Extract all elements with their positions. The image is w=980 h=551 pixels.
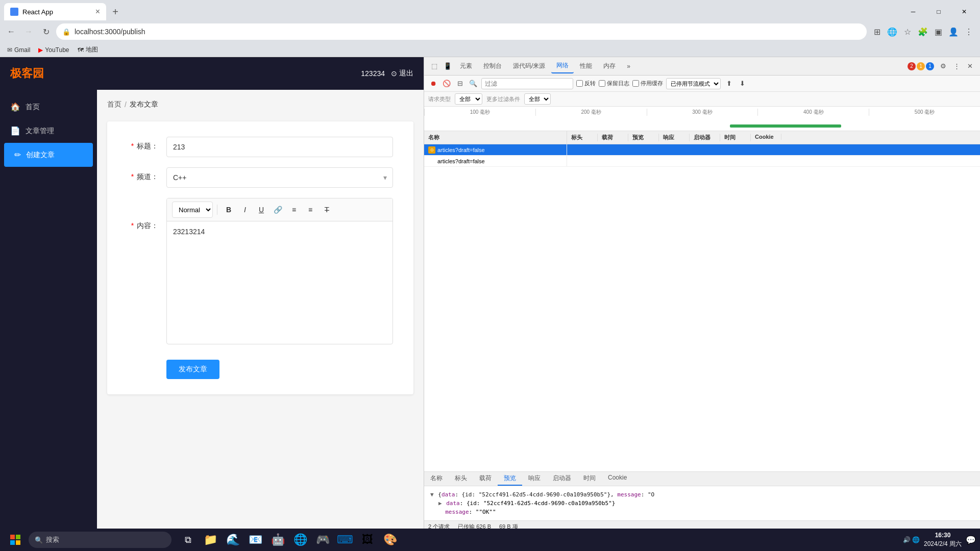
sidebar-item-create[interactable]: ✏ 创建文章 [4, 143, 93, 167]
browser-tab[interactable]: R React App × [4, 3, 106, 20]
user-id: 123234 [361, 69, 385, 78]
menu-button[interactable]: ⋮ [962, 24, 976, 39]
close-window-button[interactable]: ✕ [952, 4, 976, 20]
profile-button[interactable]: 👤 [946, 24, 961, 39]
submit-button[interactable]: 发布文章 [166, 360, 219, 379]
underline-button[interactable]: U [254, 203, 268, 217]
tab-favicon: R [10, 8, 18, 16]
title-input[interactable] [166, 137, 393, 157]
taskbar-date: 2024/2/4 周六 [924, 540, 962, 548]
sidebar-home-label: 首页 [26, 103, 40, 112]
devtools-tab-network[interactable]: 网络 [551, 59, 574, 73]
import-button[interactable]: ⬆ [724, 79, 734, 89]
devtools-more-icon[interactable]: ⋮ [950, 60, 963, 72]
devtools-inspect-icon[interactable]: ⬚ [428, 60, 440, 72]
bookmark-youtube[interactable]: ▶ YouTube [35, 45, 72, 55]
detail-tab-time[interactable]: 时间 [577, 472, 602, 486]
invert-checkbox[interactable]: 反转 [576, 80, 596, 87]
translate-button[interactable]: 🌐 [885, 24, 899, 39]
clear-button[interactable]: 🚫 [442, 79, 452, 89]
bookmark-maps[interactable]: 🗺 地图 [75, 44, 101, 55]
start-button[interactable] [4, 531, 27, 549]
taskbar-app5[interactable]: 🎨 [380, 530, 400, 550]
link-button[interactable]: 🔗 [271, 203, 285, 217]
timeline-label-500: 500 毫秒 [869, 109, 980, 116]
reload-button[interactable]: ↻ [39, 24, 53, 39]
bookmark-gmail[interactable]: ✉ Gmail [4, 45, 33, 55]
preserve-log-checkbox[interactable]: 保留日志 [599, 80, 629, 87]
back-button[interactable]: ← [4, 24, 18, 39]
detail-tab-response[interactable]: 响应 [522, 472, 547, 486]
puzzle-button[interactable]: 🧩 [916, 24, 930, 39]
timeline-label-400: 400 毫秒 [757, 109, 869, 116]
app1-icon: 📧 [249, 533, 262, 546]
address-bar[interactable]: 🔒 localhost:3000/publish [56, 23, 867, 40]
export-button[interactable]: ⬇ [737, 79, 747, 89]
unordered-list-button[interactable]: ≡ [303, 203, 317, 217]
taskbar-task-view[interactable]: ⧉ [178, 530, 198, 550]
editor-content[interactable]: 23213214 [167, 221, 393, 344]
taskbar-app3[interactable]: 🎮 [312, 530, 333, 550]
devtools-tab-sources[interactable]: 源代码/来源 [508, 59, 550, 73]
devtools-settings-icon[interactable]: ⚙ [937, 60, 949, 72]
preview-root-item[interactable]: ▼ {data: {id: "52ccf491-62d5-4cdd-9690-c… [428, 490, 976, 499]
taskbar-chrome[interactable]: 🌐 [290, 530, 310, 550]
files-icon: 📁 [204, 533, 217, 546]
taskbar-search[interactable]: 🔍 搜索 [29, 532, 172, 548]
devtools-tab-console[interactable]: 控制台 [478, 59, 507, 73]
breadcrumb-home[interactable]: 首页 [107, 100, 121, 109]
taskbar-app4[interactable]: 🖼 [357, 530, 378, 550]
throttle-select[interactable]: 已停用节流模式 [666, 78, 721, 89]
request-type-select[interactable]: 全部 XHR JS [455, 93, 482, 105]
devtools-tab-performance[interactable]: 性能 [575, 59, 597, 73]
disable-cache-checkbox[interactable]: 停用缓存 [632, 80, 663, 87]
network-row-0[interactable]: ◎ articles?draft=false [424, 144, 980, 156]
detail-tab-name[interactable]: 名称 [424, 472, 449, 486]
forward-button[interactable]: → [21, 24, 36, 39]
devtools-tab-elements[interactable]: 元素 [455, 59, 477, 73]
detail-tab-cookie[interactable]: Cookie [602, 472, 633, 486]
notification-icon[interactable]: 💬 [966, 535, 976, 545]
bold-button[interactable]: B [222, 203, 236, 217]
search-icon: 🔍 [35, 536, 43, 544]
minimize-button[interactable]: ─ [901, 4, 925, 20]
devtools-tab-more[interactable]: » [622, 59, 635, 73]
detail-tab-headers[interactable]: 标头 [449, 472, 473, 486]
taskbar-right: 🔊 🌐 16:30 2024/2/4 周六 💬 [903, 531, 976, 548]
tab-close-button[interactable]: × [95, 7, 100, 16]
sidebar-button[interactable]: ▣ [931, 24, 945, 39]
format-select[interactable]: Normal H1 H2 [172, 202, 213, 218]
taskbar-vscode[interactable]: ⌨ [335, 530, 355, 550]
channel-select[interactable]: C++ JavaScript Python Java [166, 167, 393, 188]
preview-data-item[interactable]: ▶ data: {id: "52ccf491-62d5-4cdd-9690-c0… [436, 499, 976, 508]
bookmark-button[interactable]: ☆ [900, 24, 915, 39]
network-row-1[interactable]: articles?draft=false [424, 156, 980, 167]
content-label: * 内容： [128, 198, 158, 231]
clear-format-button[interactable]: T̶ [320, 203, 334, 217]
record-button[interactable]: ⏺ [428, 79, 438, 89]
more-filters-select[interactable]: 全部 [524, 93, 551, 105]
filter-toggle-button[interactable]: ⊟ [455, 79, 465, 89]
sidebar-item-home[interactable]: 🏠 首页 [0, 95, 97, 119]
publish-form: * 标题： * 频道： [107, 121, 413, 394]
devtools-close-icon[interactable]: ✕ [964, 60, 976, 72]
search-button[interactable]: 🔍 [468, 79, 478, 89]
taskbar-edge[interactable]: 🌊 [223, 530, 243, 550]
logout-button[interactable]: ⊙ 退出 [391, 69, 413, 78]
devtools-device-icon[interactable]: 📱 [442, 60, 454, 72]
detail-tab-preview[interactable]: 预览 [498, 472, 522, 486]
sidebar-item-articles[interactable]: 📄 文章管理 [0, 119, 97, 143]
detail-tab-payload[interactable]: 载荷 [473, 472, 498, 486]
devtools-tab-memory[interactable]: 内存 [598, 59, 621, 73]
taskbar-app2[interactable]: 🤖 [267, 530, 288, 550]
taskbar-app1[interactable]: 📧 [245, 530, 265, 550]
new-tab-button[interactable]: + [108, 5, 122, 19]
italic-button[interactable]: I [238, 203, 252, 217]
detail-tab-initiator[interactable]: 启动器 [547, 472, 577, 486]
ordered-list-button[interactable]: ≡ [287, 203, 301, 217]
extensions-button[interactable]: ⊞ [870, 24, 884, 39]
request-name-1: articles?draft=false [424, 156, 567, 166]
filter-input[interactable] [481, 78, 573, 89]
taskbar-files[interactable]: 📁 [200, 530, 220, 550]
maximize-button[interactable]: □ [927, 4, 950, 20]
